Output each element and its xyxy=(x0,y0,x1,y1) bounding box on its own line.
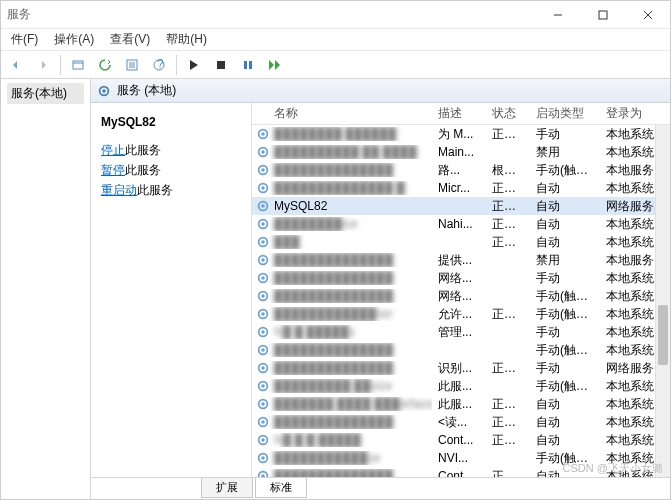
forward-button[interactable] xyxy=(30,53,56,77)
table-row[interactable]: █████████ ██vice此服...手动(触发...本地系统 xyxy=(252,377,670,395)
cell-startup: 自动 xyxy=(530,180,600,197)
service-action-link[interactable]: 重启动 xyxy=(101,183,137,197)
vertical-scrollbar[interactable] xyxy=(655,125,670,477)
menu-view[interactable]: 查看(V) xyxy=(104,29,156,50)
gear-icon xyxy=(256,163,270,177)
pause-service-button[interactable] xyxy=(235,53,261,77)
table-row[interactable]: ████████████ker允许...正在...手动(触发...本地系统 xyxy=(252,305,670,323)
menu-file[interactable]: 件(F) xyxy=(5,29,44,50)
table-row[interactable]: ██████████████提供...禁用本地服务 xyxy=(252,251,670,269)
cell-startup: 自动 xyxy=(530,198,600,215)
svg-rect-6 xyxy=(244,61,247,69)
table-row[interactable]: MySQL82正在...自动网络服务 xyxy=(252,197,670,215)
table-row[interactable]: ██████████████网络...手动本地系统 xyxy=(252,269,670,287)
gear-icon xyxy=(256,325,270,339)
cell-logon: 本地系统 xyxy=(600,306,660,323)
cell-startup: 手动 xyxy=(530,324,600,341)
gear-icon xyxy=(256,289,270,303)
col-header-logon[interactable]: 登录为 xyxy=(600,105,660,122)
cell-logon: 网络服务 xyxy=(600,198,660,215)
stop-service-button[interactable] xyxy=(208,53,234,77)
svg-point-33 xyxy=(261,330,265,334)
service-list: 名称 描述 状态 启动类型 登录为 ████████ ██████为 M...正… xyxy=(251,103,670,477)
service-name-cell: ██████████████ xyxy=(274,469,393,477)
gear-icon xyxy=(256,451,270,465)
table-row[interactable]: ███正在...自动本地系统 xyxy=(252,233,670,251)
export-list-button[interactable] xyxy=(65,53,91,77)
help-button[interactable]: ? xyxy=(146,53,172,77)
minimize-button[interactable] xyxy=(535,1,580,29)
cell-logon: 本地服务 xyxy=(600,252,660,269)
table-row[interactable]: ████████ ██████为 M...正在...手动本地系统 xyxy=(252,125,670,143)
cell-startup: 手动 xyxy=(530,270,600,287)
refresh-button[interactable] xyxy=(92,53,118,77)
menu-help[interactable]: 帮助(H) xyxy=(160,29,213,50)
window-title: 服务 xyxy=(7,6,535,23)
svg-point-9 xyxy=(102,89,106,93)
table-row[interactable]: ████████iceNahi...正在...自动本地系统 xyxy=(252,215,670,233)
action-row: 重启动此服务 xyxy=(101,181,241,199)
maximize-button[interactable] xyxy=(580,1,625,29)
svg-point-15 xyxy=(261,168,265,172)
gear-icon xyxy=(256,343,270,357)
tab-standard[interactable]: 标准 xyxy=(255,478,307,498)
cell-startup: 禁用 xyxy=(530,252,600,269)
table-row[interactable]: ███████ ████ ███erface S...此服...正在...自动本… xyxy=(252,395,670,413)
properties-button[interactable] xyxy=(119,53,145,77)
back-button[interactable] xyxy=(3,53,29,77)
cell-startup: 自动 xyxy=(530,234,600,251)
table-row[interactable]: ██████████████手动(触发...本地系统 xyxy=(252,341,670,359)
tree-node-services-local[interactable]: 服务(本地) xyxy=(7,83,84,104)
table-row[interactable]: N█ █ █████s管理...手动本地系统 xyxy=(252,323,670,341)
table-row[interactable]: ██████████████ █Micr...正在...自动本地系统 xyxy=(252,179,670,197)
gear-icon xyxy=(97,84,111,98)
col-header-desc[interactable]: 描述 xyxy=(432,105,486,122)
col-header-startup[interactable]: 启动类型 xyxy=(530,105,600,122)
cell-startup: 手动 xyxy=(530,360,600,377)
tab-extended[interactable]: 扩展 xyxy=(201,478,253,498)
service-name-cell: ████████ ██████ xyxy=(274,127,396,141)
service-action-link[interactable]: 停止 xyxy=(101,143,125,157)
selected-service-name: MySQL82 xyxy=(101,115,241,129)
table-row[interactable]: ██████████████识别...正在...手动网络服务 xyxy=(252,359,670,377)
close-button[interactable] xyxy=(625,1,670,29)
table-row[interactable]: N█ █ █ █████Cont...正在...自动本地系统 xyxy=(252,431,670,449)
action-row: 暂停此服务 xyxy=(101,161,241,179)
table-row[interactable]: ██████████████<读...正在...自动本地系统 xyxy=(252,413,670,431)
cell-logon: 网络服务 xyxy=(600,360,660,377)
cell-logon: 本地系统 xyxy=(600,270,660,287)
table-row[interactable]: ██████████████路...根据...手动(触发...本地服务 xyxy=(252,161,670,179)
cell-status: 正在... xyxy=(486,468,530,478)
gear-icon xyxy=(256,379,270,393)
service-name-cell: ███████ ████ ███erface S... xyxy=(274,397,432,411)
col-header-status[interactable]: 状态 xyxy=(486,105,530,122)
cell-logon: 本地系统 xyxy=(600,324,660,341)
cell-desc: 识别... xyxy=(432,360,486,377)
cell-logon: 本地系统 xyxy=(600,288,660,305)
service-action-link[interactable]: 暂停 xyxy=(101,163,125,177)
svg-rect-5 xyxy=(217,61,225,69)
service-name-cell: ██████████████ xyxy=(274,253,393,267)
cell-logon: 本地系统 xyxy=(600,144,660,161)
action-row: 停止此服务 xyxy=(101,141,241,159)
gear-icon xyxy=(256,433,270,447)
cell-desc: 此服... xyxy=(432,378,486,395)
cell-logon: 本地系统 xyxy=(600,414,660,431)
gear-icon xyxy=(256,307,270,321)
col-header-name[interactable]: 名称 xyxy=(252,105,432,122)
table-row[interactable]: ██████████ ██ ████Main...禁用本地系统 xyxy=(252,143,670,161)
start-service-button[interactable] xyxy=(181,53,207,77)
svg-point-45 xyxy=(261,438,265,442)
scrollbar-thumb[interactable] xyxy=(658,305,668,365)
menu-action[interactable]: 操作(A) xyxy=(48,29,100,50)
service-name-cell: ███████████se xyxy=(274,451,380,465)
svg-rect-0 xyxy=(599,11,607,19)
cell-logon: 本地系统 xyxy=(600,432,660,449)
cell-status: 正在... xyxy=(486,126,530,143)
svg-point-43 xyxy=(261,420,265,424)
cell-desc: Main... xyxy=(432,145,486,159)
svg-rect-1 xyxy=(73,61,83,69)
column-headers: 名称 描述 状态 启动类型 登录为 xyxy=(252,103,670,125)
table-row[interactable]: ██████████████网络...手动(触发...本地系统 xyxy=(252,287,670,305)
restart-service-button[interactable] xyxy=(262,53,288,77)
